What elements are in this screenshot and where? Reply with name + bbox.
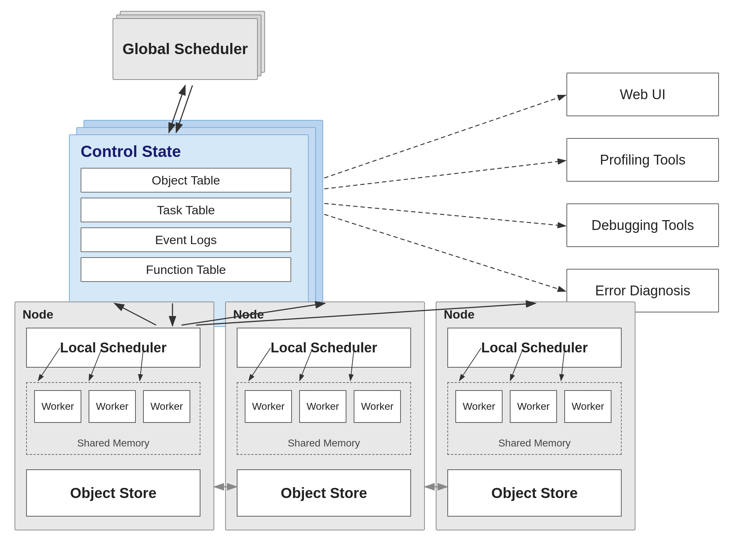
node-1-label: Node [23,307,53,321]
object-table-box: Object Table [81,168,291,193]
debugging-tools-box: Debugging Tools [566,203,719,247]
node-3-worker-3: Worker [564,390,611,423]
control-state-stack: Control State Object Table Task Table Ev… [69,120,323,323]
node-3-shared-memory: Shared Memory [448,437,621,449]
node-1-shared-memory: Shared Memory [27,437,200,449]
node-2-object-store: Object Store [237,469,411,517]
node-2-worker-2: Worker [299,390,346,423]
cs-to-debugging-arrow [324,203,566,226]
control-state-card-main: Control State Object Table Task Table Ev… [69,134,309,327]
control-state-title: Control State [81,142,181,161]
cs-to-profiling-arrow [324,161,566,189]
node-2-shared-memory: Shared Memory [237,437,410,449]
node-2-local-scheduler: Local Scheduler [237,328,411,368]
profiling-tools-box: Profiling Tools [566,138,719,182]
node-1-workers-area: Worker Worker Worker Shared Memory [26,382,200,455]
node-2-box: Node Local Scheduler Worker Worker Worke… [225,302,425,530]
event-logs-box: Event Logs [81,227,291,252]
node-3-worker-1: Worker [455,390,503,423]
cs-to-webui-arrow [324,95,566,178]
node-1-object-store: Object Store [26,469,200,517]
node-2-label: Node [233,307,264,321]
task-table-box: Task Table [81,198,291,222]
cs-to-error-arrow [324,214,566,291]
global-scheduler-card-main: Global Scheduler [113,18,258,80]
node-1-local-scheduler: Local Scheduler [26,328,200,368]
global-scheduler-label: Global Scheduler [122,40,248,58]
node-3-label: Node [444,307,475,321]
node-1-worker-3: Worker [143,390,190,423]
node-3-worker-2: Worker [510,390,557,423]
function-table-box: Function Table [81,257,291,282]
node-3-local-scheduler: Local Scheduler [447,328,622,368]
node-3-workers-area: Worker Worker Worker Shared Memory [447,382,622,455]
node-2-worker-1: Worker [245,390,292,423]
global-scheduler-stack: Global Scheduler [113,11,265,84]
node-1-worker-1: Worker [34,390,81,423]
node-2-worker-3: Worker [354,390,401,423]
web-ui-box: Web UI [566,73,719,116]
node-1-box: Node Local Scheduler Worker Worker Worke… [15,302,214,530]
node-1-worker-2: Worker [89,390,136,423]
node-2-workers-area: Worker Worker Worker Shared Memory [237,382,411,455]
node-3-box: Node Local Scheduler Worker Worker Worke… [436,302,635,530]
diagram-container: Global Scheduler Control State Object Ta… [0,0,756,550]
node-3-object-store: Object Store [447,469,622,517]
